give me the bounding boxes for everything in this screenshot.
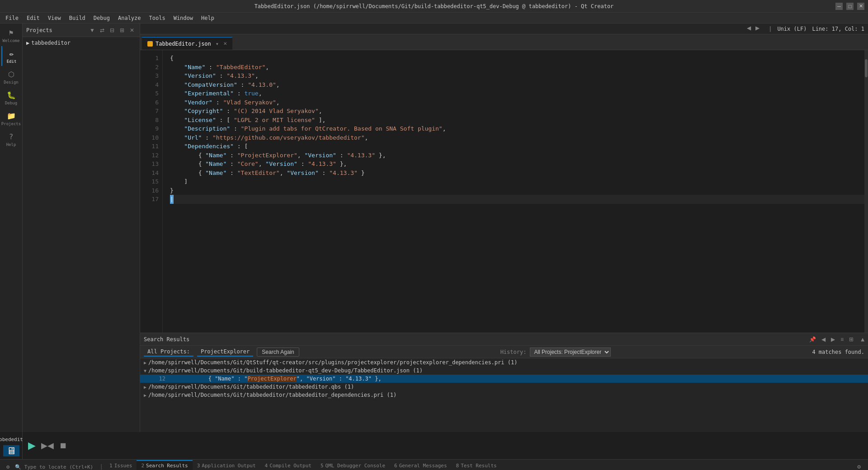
code-editor[interactable]: 1 2 3 4 5 6 7 8 9 10 11 12 13 14 15 16 1 <box>140 50 868 333</box>
expand-button[interactable]: ⊞ <box>118 26 126 34</box>
minimize-button[interactable]: ─ <box>835 3 843 10</box>
history-select[interactable]: All Projects: ProjectExplorer <box>530 348 611 357</box>
code-line-5: "Experimental" : true, <box>170 89 864 98</box>
search-panel-expand-button[interactable]: ⊞ <box>847 335 855 343</box>
tab-bar: TabbedEditor.json ▾ ✕ <box>140 34 868 50</box>
sidebar-item-welcome[interactable]: ⚑ Welcome <box>1 25 21 45</box>
project-item-label: tabbededitor <box>31 40 71 46</box>
editor-scrollbar[interactable] <box>864 50 868 333</box>
run-button[interactable]: ▶ <box>28 440 36 451</box>
bottom-tab-test-results-label: Test Results <box>461 463 496 469</box>
build-run-button[interactable]: ▶◀ <box>41 441 54 451</box>
bottom-tab-general-messages-label: General Messages <box>399 463 447 469</box>
bottom-tab-qml-debugger[interactable]: 5 QML Debugger Console <box>316 460 390 470</box>
help-icon: ? <box>6 132 16 141</box>
filter-button[interactable]: ▼ <box>88 26 96 34</box>
close-button[interactable]: ✕ <box>857 3 864 10</box>
line-num-9: 9 <box>140 124 159 133</box>
collapse-button[interactable]: ⊟ <box>108 26 116 34</box>
bottom-tab-issues[interactable]: 1 Issues <box>105 460 137 470</box>
menu-window[interactable]: Window <box>170 14 197 22</box>
projects-icon: 📁 <box>6 111 16 121</box>
bottom-tab-app-output-label: Application Output <box>202 463 255 469</box>
bottom-tab-search-results[interactable]: 2 Search Results <box>137 460 192 470</box>
bottom-tab-compile-output-label: Compile Output <box>269 463 311 469</box>
projects-panel-header: Projects ▼ ⇄ ⊟ ⊞ ✕ <box>23 24 140 37</box>
bottom-tab-general-messages[interactable]: 6 General Messages <box>390 460 452 470</box>
debug-device-icon[interactable]: 🖥 <box>3 445 19 456</box>
search-panel-collapse-btn[interactable]: ▲ <box>861 336 864 343</box>
sidebar-item-debug[interactable]: 🐛 Debug <box>1 88 21 108</box>
search-result-group-2[interactable]: ▼ /home/spirrwell/Documents/Git/build-ta… <box>140 367 868 383</box>
nav-back-button[interactable]: ◀ <box>745 24 753 32</box>
line-num-15: 15 <box>140 177 159 186</box>
sidebar-item-projects[interactable]: 📁 Projects <box>1 108 21 128</box>
projects-panel: Projects ▼ ⇄ ⊟ ⊞ ✕ ▶ tabbededitor <box>23 24 140 432</box>
project-tree: ▶ tabbededitor <box>23 37 140 432</box>
close-projects-button[interactable]: ✕ <box>128 26 136 34</box>
menu-debug[interactable]: Debug <box>90 14 113 22</box>
search-result-file-1[interactable]: ▶ /home/spirrwell/Documents/Git/QtStuff/… <box>140 358 868 367</box>
maximize-button[interactable]: □ <box>846 3 854 10</box>
menu-file[interactable]: File <box>2 14 22 22</box>
code-line-13: { "Name" : "Core", "Version" : "4.13.3" … <box>170 160 864 169</box>
menu-tools[interactable]: Tools <box>146 14 169 22</box>
matches-count: 4 matches found. <box>812 349 864 355</box>
menu-build[interactable]: Build <box>66 14 89 22</box>
tab-tabbededitor-json[interactable]: TabbedEditor.json ▾ ✕ <box>142 37 232 50</box>
search-result-group-1[interactable]: ▶ /home/spirrwell/Documents/Git/QtStuff/… <box>140 358 868 367</box>
bottom-tab-app-output[interactable]: 3 Application Output <box>193 460 260 470</box>
search-result-group-4[interactable]: ▶ /home/spirrwell/Documents/Git/tabbeded… <box>140 391 868 399</box>
line-num-3: 3 <box>140 71 159 80</box>
search-result-file-3[interactable]: ▶ /home/spirrwell/Documents/Git/tabbeded… <box>140 383 868 391</box>
search-tab-all-projects[interactable]: All Projects: <box>144 348 193 357</box>
line-num-11: 11 <box>140 142 159 151</box>
code-content[interactable]: { "Name" : "TabbedEditor", "Version" : "… <box>163 50 864 333</box>
welcome-label: Welcome <box>3 38 20 43</box>
search-result-group-3[interactable]: ▶ /home/spirrwell/Documents/Git/tabbeded… <box>140 383 868 391</box>
menu-analyze[interactable]: Analyze <box>114 14 145 22</box>
search-again-button[interactable]: Search Again <box>257 348 299 357</box>
debug-bottom-left: tabbededitor 🖥 ▶ <box>0 432 23 459</box>
tab-dropdown-icon[interactable]: ▾ <box>216 41 219 47</box>
search-result-linenum-12: 12 <box>155 376 165 382</box>
menu-help[interactable]: Help <box>198 14 218 22</box>
search-panel-pin-button[interactable]: 📌 <box>807 335 818 343</box>
search-panel-list-button[interactable]: ≡ <box>839 335 845 343</box>
encoding-status: Unix (LF) <box>777 26 807 32</box>
help-label: Help <box>6 142 16 147</box>
bottom-tab-test-results[interactable]: 8 Test Results <box>452 460 501 470</box>
window-title: TabbedEditor.json (/home/spirrwell/Docum… <box>255 3 614 9</box>
search-panel-next-button[interactable]: ▶ <box>829 335 837 343</box>
locate-input[interactable]: 🔍 Type to locate (Ctrl+K) <box>12 464 96 470</box>
search-panel-title: Search Results <box>144 336 189 343</box>
editor-top-bar: ◀ ▶ | Unix (LF) Line: 17, Col: 1 <box>140 24 868 34</box>
code-line-4: "CompatVersion" : "4.13.0", <box>170 80 864 89</box>
line-num-16: 16 <box>140 186 159 195</box>
search-results-content[interactable]: ▶ /home/spirrwell/Documents/Git/QtStuff/… <box>140 358 868 432</box>
menu-view[interactable]: View <box>44 14 65 22</box>
bottom-bar-gear-button[interactable]: ⚙ <box>854 463 864 470</box>
sidebar-item-edit[interactable]: ✏ Edit <box>1 46 21 66</box>
sidebar-item-design[interactable]: ⬡ Design <box>1 67 21 87</box>
stop-button[interactable]: ⏹ <box>59 441 67 451</box>
sidebar-item-help[interactable]: ? Help <box>1 129 21 149</box>
code-line-15: ] <box>170 177 864 186</box>
bottom-area: tabbededitor 🖥 ▶ ▶ ▶◀ ⏹ ⚙ 🔍 Type to loca… <box>0 432 868 470</box>
search-tab-projectexplorer[interactable]: ProjectExplorer <box>197 348 253 357</box>
bottom-tabs-bar: ⚙ 🔍 Type to locate (Ctrl+K) | 1 Issues 2… <box>0 459 868 470</box>
code-line-12: { "Name" : "ProjectExplorer", "Version" … <box>170 151 864 160</box>
bottom-tab-compile-output[interactable]: 4 Compile Output <box>260 460 316 470</box>
welcome-icon: ⚑ <box>6 28 16 38</box>
search-result-line-12[interactable]: 12 { "Name" : "ProjectExplorer", "Versio… <box>140 375 868 383</box>
nav-forward-button[interactable]: ▶ <box>754 24 761 32</box>
search-panel-prev-button[interactable]: ◀ <box>820 335 827 343</box>
menu-edit[interactable]: Edit <box>23 14 43 22</box>
search-result-file-4[interactable]: ▶ /home/spirrwell/Documents/Git/tabbeded… <box>140 391 868 399</box>
bottom-bar-settings-icon[interactable]: ⚙ <box>4 464 12 470</box>
tab-close-button[interactable]: ✕ <box>223 41 227 46</box>
project-item-tabbededitor[interactable]: ▶ tabbededitor <box>23 39 140 47</box>
line-num-13: 13 <box>140 160 159 169</box>
search-result-file-2[interactable]: ▼ /home/spirrwell/Documents/Git/build-ta… <box>140 367 868 375</box>
sync-button[interactable]: ⇄ <box>98 26 106 34</box>
